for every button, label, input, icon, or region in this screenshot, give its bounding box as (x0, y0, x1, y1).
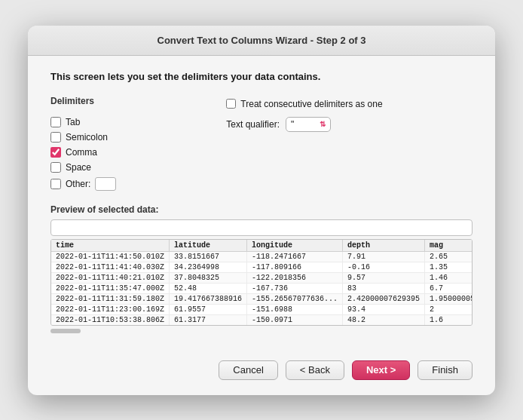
footer: Cancel < Back Next > Finish (28, 350, 495, 395)
table-cell: 2.65 (425, 251, 473, 262)
table-cell: 2022-01-11T11:41:40.030Z (51, 262, 170, 272)
wizard-dialog: Convert Text to Columns Wizard - Step 2 … (28, 26, 495, 395)
table-header-cell: longitude (247, 240, 343, 252)
tab-label: Tab (66, 117, 80, 127)
semicolon-label: Semicolon (66, 132, 108, 143)
table-cell: 34.2364998 (170, 262, 247, 272)
other-checkbox[interactable] (50, 179, 61, 189)
table-header-cell: mag (425, 240, 473, 252)
table-cell: 2.42000007629395 (343, 293, 425, 304)
table-header-cell: time (51, 240, 170, 252)
table-cell: 93.4 (343, 304, 425, 314)
table-cell: 2022-01-11T11:40:21.010Z (51, 272, 170, 283)
headline: This screen lets you set the delimiters … (50, 71, 473, 82)
preview-section: Preview of selected data: timelatitudelo… (50, 204, 473, 333)
other-row: Other: (50, 177, 226, 191)
scrollbar-thumb[interactable] (50, 329, 81, 333)
preview-table: timelatitudelongitudedepthmagmagTypenstg… (51, 240, 473, 326)
table-cell: 2022-01-11T11:23:00.169Z (51, 304, 170, 314)
table-header-row: timelatitudelongitudedepthmagmagTypenstg… (51, 240, 473, 252)
table-cell: 19.417667388916 (170, 293, 247, 304)
table-row: 2022-01-11T11:35:47.000Z52.48-167.736836… (51, 283, 473, 293)
table-cell: -155.26567077636... (247, 293, 343, 304)
comma-checkbox[interactable] (50, 147, 61, 158)
treat-consecutive-checkbox[interactable] (226, 99, 236, 109)
table-cell: 83 (343, 283, 425, 293)
table-cell: 37.8048325 (170, 272, 247, 283)
table-cell: -117.809166 (247, 262, 343, 272)
finish-button[interactable]: Finish (417, 360, 473, 380)
table-cell: -0.16 (343, 262, 425, 272)
table-cell: -118.2471667 (247, 251, 343, 262)
table-cell: 1.46 (425, 272, 473, 283)
table-header-cell: depth (343, 240, 425, 252)
qualifier-label: Text qualifier: (226, 119, 280, 130)
preview-table-container[interactable]: timelatitudelongitudedepthmagmagTypenstg… (50, 239, 473, 326)
preview-table-head: timelatitudelongitudedepthmagmagTypenstg… (51, 240, 473, 252)
qualifier-value: " (291, 119, 317, 130)
table-cell: 61.9557 (170, 304, 247, 314)
tab-checkbox[interactable] (50, 117, 61, 127)
table-row: 2022-01-11T11:23:00.169Z61.9557-151.6988… (51, 304, 473, 314)
space-label: Space (66, 162, 91, 173)
qualifier-select[interactable]: " ⇅ (286, 117, 331, 132)
table-cell: 2022-01-11T10:53:38.806Z (51, 314, 170, 325)
table-cell: 1.35 (425, 262, 473, 272)
comma-label: Comma (66, 147, 97, 158)
table-header-cell: latitude (170, 240, 247, 252)
preview-label: Preview of selected data: (50, 204, 473, 215)
table-cell: 48.2 (343, 314, 425, 325)
table-row: 2022-01-11T11:41:40.030Z34.2364998-117.8… (51, 262, 473, 272)
table-cell: 52.48 (170, 283, 247, 293)
treat-consecutive-label: Treat consecutive delimiters as one (240, 99, 382, 109)
semicolon-checkbox-item[interactable]: Semicolon (50, 132, 226, 143)
semicolon-checkbox[interactable] (50, 132, 61, 143)
options-column: Treat consecutive delimiters as one Text… (226, 96, 473, 191)
other-label: Other: (66, 179, 90, 189)
table-cell: -150.0971 (247, 314, 343, 325)
table-cell: 1.6 (425, 314, 473, 325)
delimiters-column: Delimiters Tab Semicolon Comma Space (50, 96, 226, 191)
qualifier-arrow-icon: ⇅ (320, 121, 326, 128)
dialog-title: Convert Text to Columns Wizard - Step 2 … (158, 35, 366, 46)
preview-search-input[interactable] (50, 219, 473, 236)
other-text-input[interactable] (95, 177, 116, 191)
table-cell: 2022-01-11T11:35:47.000Z (51, 283, 170, 293)
qualifier-row: Text qualifier: " ⇅ (226, 117, 473, 132)
space-checkbox-item[interactable]: Space (50, 162, 226, 173)
table-cell: -167.736 (247, 283, 343, 293)
table-cell: 2022-01-11T11:41:50.010Z (51, 251, 170, 262)
table-cell: 33.8151667 (170, 251, 247, 262)
back-button[interactable]: < Back (286, 360, 344, 380)
table-row: 2022-01-11T11:31:59.180Z19.417667388916-… (51, 293, 473, 304)
preview-table-body: 2022-01-11T11:41:50.010Z33.8151667-118.2… (51, 251, 473, 325)
table-cell: 6.7 (425, 283, 473, 293)
table-cell: 9.57 (343, 272, 425, 283)
tab-checkbox-item[interactable]: Tab (50, 117, 226, 127)
other-checkbox-item[interactable]: Other: (50, 179, 90, 189)
delimiters-section: Delimiters Tab Semicolon Comma Space (50, 96, 473, 191)
table-cell: 1.95000005 (425, 293, 473, 304)
comma-checkbox-item[interactable]: Comma (50, 147, 226, 158)
table-row: 2022-01-11T10:53:38.806Z61.3177-150.0971… (51, 314, 473, 325)
table-cell: 7.91 (343, 251, 425, 262)
table-cell: 2022-01-11T11:31:59.180Z (51, 293, 170, 304)
treat-consecutive-item[interactable]: Treat consecutive delimiters as one (226, 99, 473, 109)
table-row: 2022-01-11T11:40:21.010Z37.8048325-122.2… (51, 272, 473, 283)
next-button[interactable]: Next > (352, 360, 410, 380)
table-cell: -122.2018356 (247, 272, 343, 283)
delimiters-label: Delimiters (50, 96, 226, 106)
content-area: This screen lets you set the delimiters … (28, 56, 495, 350)
cancel-button[interactable]: Cancel (219, 360, 277, 380)
title-bar: Convert Text to Columns Wizard - Step 2 … (28, 26, 495, 56)
table-cell: 2 (425, 304, 473, 314)
table-row: 2022-01-11T11:41:50.010Z33.8151667-118.2… (51, 251, 473, 262)
space-checkbox[interactable] (50, 162, 61, 173)
table-cell: -151.6988 (247, 304, 343, 314)
preview-scrollbar (50, 329, 473, 333)
table-cell: 61.3177 (170, 314, 247, 325)
